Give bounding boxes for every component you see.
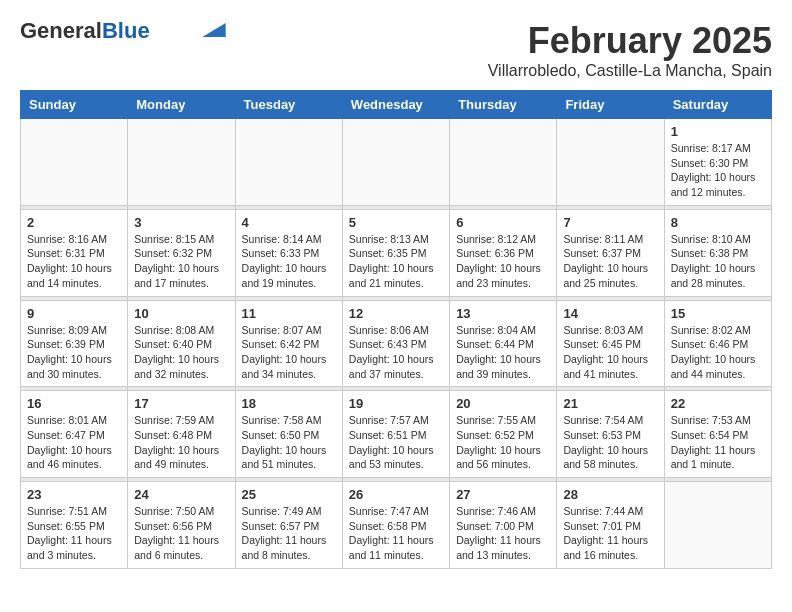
day-number: 21: [563, 396, 657, 411]
day-info: Sunrise: 7:46 AM Sunset: 7:00 PM Dayligh…: [456, 504, 550, 563]
logo-text: GeneralBlue: [20, 20, 150, 42]
day-info: Sunrise: 8:15 AM Sunset: 6:32 PM Dayligh…: [134, 232, 228, 291]
calendar-day-cell: [21, 119, 128, 206]
day-info: Sunrise: 7:50 AM Sunset: 6:56 PM Dayligh…: [134, 504, 228, 563]
day-number: 19: [349, 396, 443, 411]
weekday-header: Monday: [128, 91, 235, 119]
day-number: 8: [671, 215, 765, 230]
calendar-day-cell: 10Sunrise: 8:08 AM Sunset: 6:40 PM Dayli…: [128, 300, 235, 387]
day-number: 10: [134, 306, 228, 321]
day-number: 1: [671, 124, 765, 139]
day-info: Sunrise: 8:10 AM Sunset: 6:38 PM Dayligh…: [671, 232, 765, 291]
day-number: 6: [456, 215, 550, 230]
day-number: 9: [27, 306, 121, 321]
day-info: Sunrise: 8:01 AM Sunset: 6:47 PM Dayligh…: [27, 413, 121, 472]
calendar-day-cell: 11Sunrise: 8:07 AM Sunset: 6:42 PM Dayli…: [235, 300, 342, 387]
calendar-day-cell: 16Sunrise: 8:01 AM Sunset: 6:47 PM Dayli…: [21, 391, 128, 478]
calendar-day-cell: 26Sunrise: 7:47 AM Sunset: 6:58 PM Dayli…: [342, 482, 449, 569]
calendar-day-cell: [450, 119, 557, 206]
location-title: Villarrobledo, Castille-La Mancha, Spain: [488, 62, 772, 80]
calendar-week-row: 2Sunrise: 8:16 AM Sunset: 6:31 PM Daylig…: [21, 209, 772, 296]
weekday-header: Saturday: [664, 91, 771, 119]
calendar-header-row: SundayMondayTuesdayWednesdayThursdayFrid…: [21, 91, 772, 119]
day-number: 26: [349, 487, 443, 502]
logo: GeneralBlue: [20, 20, 226, 42]
day-info: Sunrise: 7:54 AM Sunset: 6:53 PM Dayligh…: [563, 413, 657, 472]
calendar-table: SundayMondayTuesdayWednesdayThursdayFrid…: [20, 90, 772, 569]
day-info: Sunrise: 8:03 AM Sunset: 6:45 PM Dayligh…: [563, 323, 657, 382]
calendar-day-cell: 21Sunrise: 7:54 AM Sunset: 6:53 PM Dayli…: [557, 391, 664, 478]
day-number: 20: [456, 396, 550, 411]
day-number: 7: [563, 215, 657, 230]
svg-marker-0: [202, 23, 225, 37]
day-info: Sunrise: 7:53 AM Sunset: 6:54 PM Dayligh…: [671, 413, 765, 472]
calendar-day-cell: 23Sunrise: 7:51 AM Sunset: 6:55 PM Dayli…: [21, 482, 128, 569]
day-info: Sunrise: 8:17 AM Sunset: 6:30 PM Dayligh…: [671, 141, 765, 200]
calendar-day-cell: 22Sunrise: 7:53 AM Sunset: 6:54 PM Dayli…: [664, 391, 771, 478]
day-info: Sunrise: 7:49 AM Sunset: 6:57 PM Dayligh…: [242, 504, 336, 563]
day-number: 5: [349, 215, 443, 230]
day-info: Sunrise: 8:16 AM Sunset: 6:31 PM Dayligh…: [27, 232, 121, 291]
day-number: 27: [456, 487, 550, 502]
calendar-week-row: 16Sunrise: 8:01 AM Sunset: 6:47 PM Dayli…: [21, 391, 772, 478]
day-number: 16: [27, 396, 121, 411]
calendar-day-cell: 6Sunrise: 8:12 AM Sunset: 6:36 PM Daylig…: [450, 209, 557, 296]
day-number: 23: [27, 487, 121, 502]
calendar-week-row: 23Sunrise: 7:51 AM Sunset: 6:55 PM Dayli…: [21, 482, 772, 569]
calendar-day-cell: 24Sunrise: 7:50 AM Sunset: 6:56 PM Dayli…: [128, 482, 235, 569]
calendar-day-cell: 12Sunrise: 8:06 AM Sunset: 6:43 PM Dayli…: [342, 300, 449, 387]
calendar-day-cell: 14Sunrise: 8:03 AM Sunset: 6:45 PM Dayli…: [557, 300, 664, 387]
day-info: Sunrise: 8:12 AM Sunset: 6:36 PM Dayligh…: [456, 232, 550, 291]
day-info: Sunrise: 8:04 AM Sunset: 6:44 PM Dayligh…: [456, 323, 550, 382]
day-info: Sunrise: 7:47 AM Sunset: 6:58 PM Dayligh…: [349, 504, 443, 563]
calendar-day-cell: [664, 482, 771, 569]
calendar-week-row: 9Sunrise: 8:09 AM Sunset: 6:39 PM Daylig…: [21, 300, 772, 387]
day-number: 25: [242, 487, 336, 502]
page-header: GeneralBlue February 2025 Villarrobledo,…: [20, 20, 772, 80]
day-number: 18: [242, 396, 336, 411]
day-number: 12: [349, 306, 443, 321]
calendar-day-cell: 3Sunrise: 8:15 AM Sunset: 6:32 PM Daylig…: [128, 209, 235, 296]
day-number: 3: [134, 215, 228, 230]
calendar-day-cell: 2Sunrise: 8:16 AM Sunset: 6:31 PM Daylig…: [21, 209, 128, 296]
day-info: Sunrise: 7:51 AM Sunset: 6:55 PM Dayligh…: [27, 504, 121, 563]
day-info: Sunrise: 8:08 AM Sunset: 6:40 PM Dayligh…: [134, 323, 228, 382]
calendar-week-row: 1Sunrise: 8:17 AM Sunset: 6:30 PM Daylig…: [21, 119, 772, 206]
weekday-header: Sunday: [21, 91, 128, 119]
calendar-day-cell: 19Sunrise: 7:57 AM Sunset: 6:51 PM Dayli…: [342, 391, 449, 478]
day-info: Sunrise: 7:58 AM Sunset: 6:50 PM Dayligh…: [242, 413, 336, 472]
day-number: 15: [671, 306, 765, 321]
calendar-day-cell: 15Sunrise: 8:02 AM Sunset: 6:46 PM Dayli…: [664, 300, 771, 387]
logo-icon: [202, 23, 226, 37]
weekday-header: Thursday: [450, 91, 557, 119]
calendar-day-cell: [235, 119, 342, 206]
month-title: February 2025: [488, 20, 772, 62]
day-number: 22: [671, 396, 765, 411]
weekday-header: Tuesday: [235, 91, 342, 119]
calendar-day-cell: 4Sunrise: 8:14 AM Sunset: 6:33 PM Daylig…: [235, 209, 342, 296]
calendar-day-cell: 5Sunrise: 8:13 AM Sunset: 6:35 PM Daylig…: [342, 209, 449, 296]
calendar-day-cell: 17Sunrise: 7:59 AM Sunset: 6:48 PM Dayli…: [128, 391, 235, 478]
day-info: Sunrise: 8:07 AM Sunset: 6:42 PM Dayligh…: [242, 323, 336, 382]
day-number: 13: [456, 306, 550, 321]
calendar-day-cell: [128, 119, 235, 206]
day-number: 2: [27, 215, 121, 230]
calendar-day-cell: [342, 119, 449, 206]
logo-general: General: [20, 18, 102, 43]
day-number: 4: [242, 215, 336, 230]
calendar-day-cell: 9Sunrise: 8:09 AM Sunset: 6:39 PM Daylig…: [21, 300, 128, 387]
day-info: Sunrise: 8:06 AM Sunset: 6:43 PM Dayligh…: [349, 323, 443, 382]
calendar-day-cell: 18Sunrise: 7:58 AM Sunset: 6:50 PM Dayli…: [235, 391, 342, 478]
calendar-day-cell: 28Sunrise: 7:44 AM Sunset: 7:01 PM Dayli…: [557, 482, 664, 569]
day-info: Sunrise: 8:02 AM Sunset: 6:46 PM Dayligh…: [671, 323, 765, 382]
calendar-day-cell: 27Sunrise: 7:46 AM Sunset: 7:00 PM Dayli…: [450, 482, 557, 569]
day-info: Sunrise: 7:55 AM Sunset: 6:52 PM Dayligh…: [456, 413, 550, 472]
weekday-header: Wednesday: [342, 91, 449, 119]
calendar-day-cell: [557, 119, 664, 206]
calendar-day-cell: 13Sunrise: 8:04 AM Sunset: 6:44 PM Dayli…: [450, 300, 557, 387]
weekday-header: Friday: [557, 91, 664, 119]
day-number: 28: [563, 487, 657, 502]
logo-blue: Blue: [102, 18, 150, 43]
calendar-day-cell: 8Sunrise: 8:10 AM Sunset: 6:38 PM Daylig…: [664, 209, 771, 296]
title-block: February 2025 Villarrobledo, Castille-La…: [488, 20, 772, 80]
